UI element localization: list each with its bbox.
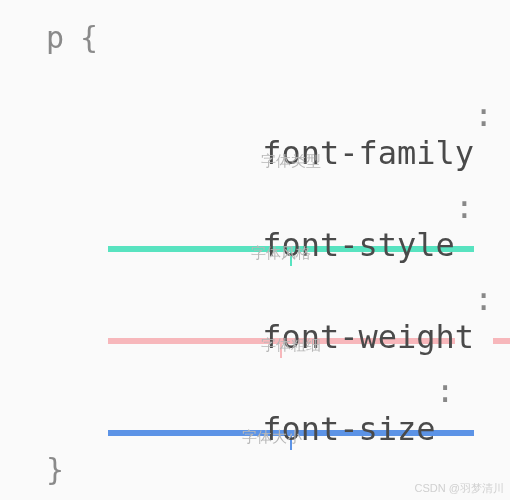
property-annotation: 字体类型	[211, 152, 371, 171]
space	[455, 372, 474, 410]
property-annotation: 字体粗细	[211, 336, 371, 355]
declaration-row: font-size : 30px ; 字体大小 长度单位:像素	[108, 372, 480, 458]
space	[474, 188, 493, 226]
colon: :	[455, 188, 474, 226]
value-underline	[493, 338, 510, 344]
declaration-row: font-family : serif ; 字体类型 通用字体	[108, 96, 480, 182]
property-annotation: 字体风格	[201, 244, 361, 263]
diagram-canvas: p { font-family : serif ; 字体类型 通用字体 font…	[0, 0, 510, 500]
watermark: CSDN @羽梦清川	[415, 481, 504, 496]
colon: :	[474, 96, 493, 134]
brace-close: }	[46, 452, 64, 487]
property-annotation: 字体大小	[192, 428, 352, 447]
brace-open: {	[80, 20, 98, 55]
colon: :	[474, 280, 493, 318]
space	[493, 96, 510, 134]
space	[493, 280, 510, 318]
declaration-row: font-style : italic ; 字体风格 斜体	[108, 188, 480, 274]
declaration-row: font-weight : bold ; 字体粗细 粗体	[108, 280, 480, 366]
css-selector: p	[46, 20, 64, 55]
colon: :	[436, 372, 455, 410]
